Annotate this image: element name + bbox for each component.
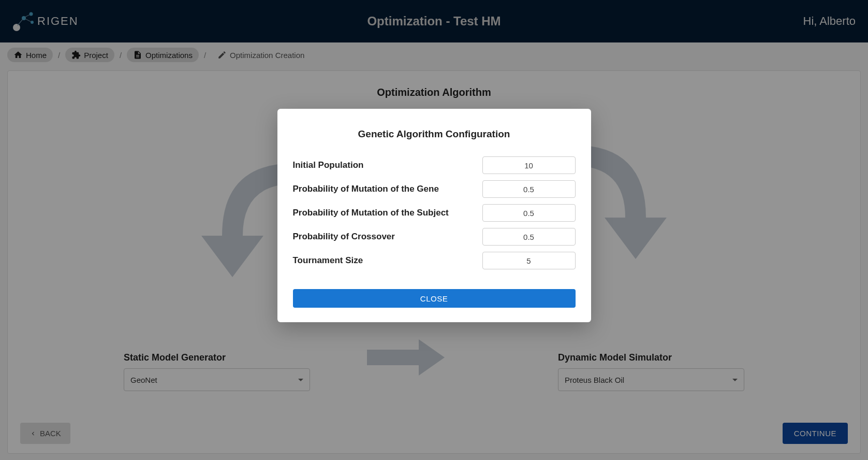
close-button[interactable]: CLOSE [293,289,576,308]
field-mutation-subject: Probability of Mutation of the Subject [293,204,576,222]
field-label: Probability of Crossover [293,232,395,242]
mutation-gene-input[interactable] [482,180,576,198]
field-initial-population: Initial Population [293,156,576,174]
mutation-subject-input[interactable] [482,204,576,222]
tournament-size-input[interactable] [482,252,576,269]
field-label: Probability of Mutation of the Subject [293,208,449,218]
field-label: Probability of Mutation of the Gene [293,184,439,194]
field-tournament-size: Tournament Size [293,252,576,269]
crossover-input[interactable] [482,228,576,246]
field-crossover: Probability of Crossover [293,228,576,246]
modal-title: Genetic Algorithm Configuration [293,128,576,140]
close-label: CLOSE [420,294,448,303]
initial-population-input[interactable] [482,156,576,174]
field-label: Tournament Size [293,255,363,266]
field-mutation-gene: Probability of Mutation of the Gene [293,180,576,198]
field-label: Initial Population [293,160,364,170]
genetic-algorithm-modal: Genetic Algorithm Configuration Initial … [277,109,591,322]
modal-overlay[interactable]: Genetic Algorithm Configuration Initial … [0,0,868,460]
